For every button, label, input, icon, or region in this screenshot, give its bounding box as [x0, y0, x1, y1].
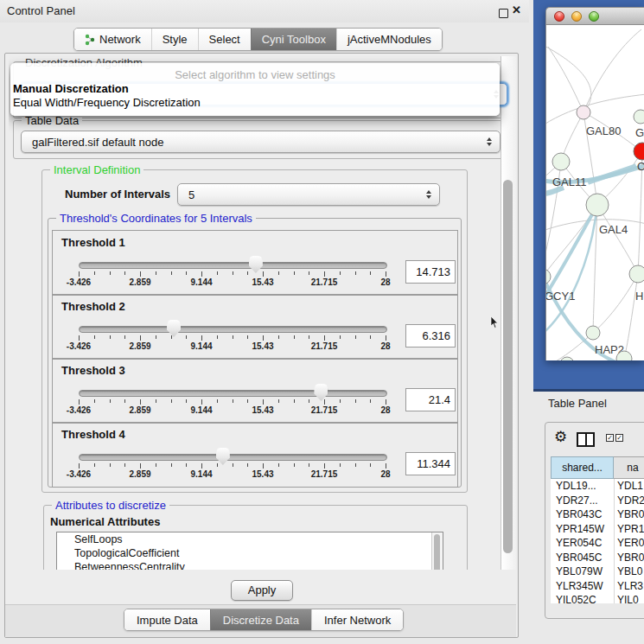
threshold-slider-thumb[interactable] — [249, 256, 263, 273]
threshold-slider-track[interactable] — [79, 326, 387, 333]
attributes-scrollbar[interactable] — [431, 532, 443, 570]
table-cell[interactable]: YBL079W — [551, 565, 614, 577]
network-node-gal4[interactable] — [586, 194, 609, 216]
attributes-scrollbar-thumb[interactable] — [434, 534, 440, 570]
network-node-c[interactable] — [634, 143, 644, 160]
float-window-icon[interactable] — [499, 9, 508, 18]
table-cell[interactable]: YLR3 — [614, 580, 644, 592]
tab-select[interactable]: Select — [198, 29, 251, 50]
slider-tick — [94, 399, 95, 403]
close-traffic-light-icon[interactable] — [554, 11, 564, 22]
close-icon[interactable]: ✕ — [512, 3, 521, 16]
slider-tick — [110, 399, 111, 403]
threshold-slider-track[interactable] — [79, 390, 387, 397]
table-cell[interactable]: YLR345W — [551, 580, 614, 592]
table-row[interactable]: YLR345WYLR3 — [551, 579, 644, 594]
network-edge — [548, 47, 583, 112]
attribute-item-selfloops[interactable]: SelfLoops — [57, 532, 443, 546]
control-panel-titlebar: Control Panel ✕ — [0, 0, 529, 22]
table-cell[interactable]: YER054C — [551, 537, 614, 549]
threshold-value-field[interactable]: 14.713 — [405, 260, 456, 284]
mouse-cursor — [490, 316, 500, 329]
table-cell[interactable]: YBL0 — [614, 565, 644, 577]
tab-style[interactable]: Style — [151, 29, 198, 50]
table-cell[interactable]: YER0 — [614, 537, 644, 549]
panel-scrollbar[interactable] — [501, 56, 516, 570]
table-column-header-2[interactable]: na — [614, 456, 644, 479]
network-node-ga[interactable] — [634, 110, 644, 124]
tab-cyni-toolbox[interactable]: Cyni Toolbox — [251, 29, 336, 50]
network-node-gal80[interactable] — [577, 105, 590, 119]
threshold-value-field[interactable]: 6.316 — [405, 324, 456, 348]
network-node-gal11[interactable] — [552, 153, 570, 170]
table-cell[interactable]: YDR2 — [614, 494, 644, 507]
table-cell[interactable]: YDR27... — [551, 494, 614, 507]
network-window-titlebar[interactable] — [545, 7, 644, 25]
table-cell[interactable]: YPR1 — [614, 523, 644, 535]
threshold-slider-track[interactable] — [79, 262, 387, 269]
table-row[interactable]: YBL079WYBL0 — [551, 564, 644, 579]
network-node-h[interactable] — [629, 265, 644, 283]
slider-tick — [124, 399, 125, 403]
table-cell[interactable]: YBR043C — [551, 508, 614, 520]
threshold-slider-track[interactable] — [79, 454, 387, 461]
apply-button[interactable]: Apply — [231, 580, 293, 601]
column-checkbox-icons[interactable]: ✓ ✓ — [606, 434, 623, 442]
network-node-hap2[interactable] — [586, 326, 600, 340]
slider-tick-label: -3.426 — [53, 469, 105, 479]
minimize-traffic-light-icon[interactable] — [571, 11, 582, 22]
tab-jactivemnodules[interactable]: jActiveMNodules — [336, 29, 442, 50]
table-cell[interactable]: YDL1 — [614, 480, 644, 492]
dropdown-option-equal-width-frequency-discretization[interactable]: Equal Width/Frequency Discretization — [10, 96, 500, 109]
threshold-slider-thumb[interactable] — [314, 384, 328, 401]
checkbox-icon[interactable]: ✓ — [615, 434, 623, 442]
tab-discretize-data[interactable]: Discretize Data — [210, 609, 311, 630]
dropdown-option-manual-discretization[interactable]: Manual Discretization — [10, 82, 500, 95]
table-row[interactable]: YDR27...YDR2 — [551, 494, 644, 508]
tab-label: Cyni Toolbox — [262, 33, 326, 46]
threshold-slider-thumb[interactable] — [167, 320, 181, 337]
tab-infer-network[interactable]: Infer Network — [311, 609, 403, 630]
network-node-gcy1[interactable] — [546, 269, 551, 284]
attribute-item-topologicalcoefficient[interactable]: TopologicalCoefficient — [57, 546, 443, 560]
gear-icon[interactable]: ⚙ — [554, 428, 567, 446]
panel-scrollbar-thumb[interactable] — [503, 180, 513, 553]
zoom-traffic-light-icon[interactable] — [589, 11, 599, 22]
slider-tick — [324, 335, 325, 341]
checkbox-icon[interactable]: ✓ — [606, 434, 614, 442]
table-column-header-1[interactable]: shared... — [551, 456, 614, 479]
network-canvas[interactable]: GAL80GACGAL11GAL4GCY1HHAP2 — [545, 25, 644, 360]
threshold-slider-thumb[interactable] — [216, 448, 230, 465]
table-row[interactable]: YPR145WYPR1 — [551, 522, 644, 537]
table-row[interactable]: YBR045CYBR0 — [551, 551, 644, 565]
table-row[interactable]: YER054CYER0 — [551, 536, 644, 551]
number-of-intervals-combobox[interactable]: 5 — [177, 183, 440, 206]
table-row[interactable]: YIL052CYIL0 — [551, 593, 644, 603]
slider-tick — [370, 463, 371, 467]
slider-tick — [140, 463, 141, 469]
table-cell[interactable]: YBR0 — [614, 508, 644, 520]
split-columns-icon[interactable] — [577, 432, 595, 447]
numerical-attributes-list[interactable]: SelfLoopsTopologicalCoefficientBetweenne… — [56, 532, 443, 570]
table-cell[interactable]: YPR145W — [551, 523, 614, 535]
threshold-value-field[interactable]: 11.344 — [405, 452, 456, 475]
slider-tick — [294, 463, 295, 467]
table-cell[interactable]: YDL19... — [551, 480, 614, 492]
table-data-combobox[interactable]: galFiltered.sif default node — [21, 131, 501, 153]
interval-definition-title: Interval Definition — [50, 164, 143, 176]
table-row[interactable]: YDL19...YDL1 — [551, 479, 644, 494]
slider-tick — [156, 463, 156, 467]
node-attribute-table[interactable]: shared...na YDL19...YDL1YDR27...YDR2YBR0… — [551, 456, 644, 603]
tab-network[interactable]: Network — [74, 29, 151, 50]
table-row[interactable]: YBR043CYBR0 — [551, 507, 644, 522]
table-cell[interactable]: YBR045C — [551, 552, 614, 564]
slider-tick — [156, 271, 156, 275]
slider-tick-label: 21.715 — [298, 469, 350, 479]
table-cell[interactable]: YIL052C — [551, 594, 614, 603]
table-cell[interactable]: YIL0 — [614, 594, 644, 603]
threshold-value-field[interactable]: 21.4 — [405, 388, 456, 411]
slider-tick — [156, 335, 156, 339]
tab-impute-data[interactable]: Impute Data — [124, 609, 210, 630]
attribute-item-betweennesscentrality[interactable]: BetweennessCentrality — [57, 560, 443, 570]
table-cell[interactable]: YBR0 — [614, 552, 644, 564]
